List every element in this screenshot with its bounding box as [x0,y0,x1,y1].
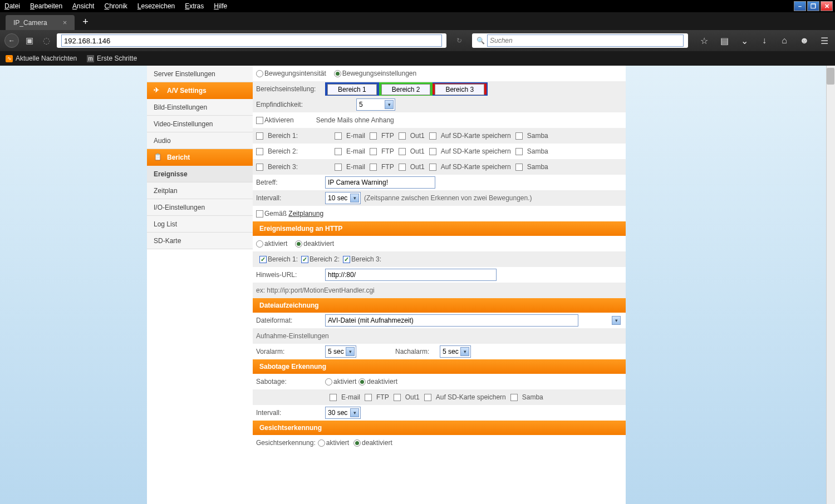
file-recsettings-row: Aufnahme-Einstellungen [253,328,626,344]
menu-help[interactable]: Hilfe [214,2,227,10]
subject-input[interactable] [325,176,435,189]
interval-select[interactable]: 10 sec [325,192,361,204]
area1-sd-checkbox[interactable] [429,132,436,140]
area3-sd-checkbox[interactable] [429,164,436,171]
window-minimize-button[interactable]: – [794,1,806,11]
area-1-selector[interactable]: Bereich 1 [325,82,379,96]
sidebar-item-events[interactable]: Ereignisse [147,166,253,182]
sidebar-item-audio[interactable]: Audio [147,132,253,149]
http-area3-checkbox[interactable] [343,256,350,263]
library-icon[interactable]: ▤ [718,34,730,47]
sabotage-ftp-checkbox[interactable] [365,394,372,401]
hamburger-menu-icon[interactable]: ☰ [818,34,831,47]
face-off-radio[interactable] [353,439,361,447]
close-tab-icon[interactable]: × [63,18,67,27]
search-input[interactable] [487,34,684,47]
chat-icon[interactable]: ☻ [798,34,811,47]
area3-out1-checkbox[interactable] [399,164,406,171]
reload-button[interactable]: ↻ [453,34,465,47]
new-tab-button[interactable]: + [82,16,89,30]
area-3-selector[interactable]: Bereich 3 [433,82,488,96]
schedule-link[interactable]: Zeitplanung [288,210,323,218]
menu-edit[interactable]: Bearbeiten [30,2,62,10]
browser-tab[interactable]: IP_Camera × [6,15,75,30]
sabotage-out1-checkbox[interactable] [394,394,401,401]
bookmark-item-news[interactable]: ∿ Aktuelle Nachrichten [6,55,77,62]
area3-ftp-checkbox[interactable] [370,164,377,171]
schedule-checkbox[interactable] [256,210,263,218]
area1-enable-checkbox[interactable] [256,132,263,140]
sabotage-interval-select[interactable]: 30 sec [325,407,361,419]
sabotage-sd-checkbox[interactable] [424,394,431,401]
sabotage-samba-checkbox[interactable] [510,394,518,401]
area2-out1-checkbox[interactable] [399,148,406,155]
area-2-selector[interactable]: Bereich 2 [379,82,433,96]
menu-file[interactable]: Datei [4,2,20,10]
menu-extras[interactable]: Extras [185,2,204,10]
area2-enable-checkbox[interactable] [256,148,263,155]
http-url-row: Hinweis-URL: [253,267,626,283]
area3-email-checkbox[interactable] [335,164,342,171]
window-close-button[interactable]: ✕ [821,1,833,11]
http-area2-checkbox[interactable] [301,256,308,263]
bookmarks-toolbar: ∿ Aktuelle Nachrichten m Erste Schritte [0,51,835,66]
area2-email-checkbox[interactable] [335,148,342,155]
site-identity-icon[interactable]: ◌ [40,34,52,47]
file-format-select[interactable]: AVI-Datei (mit Aufnahmezeit) [325,314,578,327]
menu-view[interactable]: Ansicht [72,2,94,10]
url-bar[interactable] [57,33,446,48]
http-on-radio[interactable] [256,240,263,248]
area2-sd-checkbox[interactable] [429,148,436,155]
prealarm-select[interactable]: 5 sec [325,345,356,358]
file-alarm-row: Voralarm: 5 sec Nachalarm: 5 sec [253,344,626,359]
pocket-icon[interactable]: ⌄ [738,34,750,47]
radio-settings[interactable] [334,70,341,77]
bookmark-item-firststeps[interactable]: m Erste Schritte [87,55,137,62]
sabotage-on-radio[interactable] [325,378,332,386]
activate-checkbox[interactable] [256,117,263,124]
sidebar-item-server[interactable]: Server Einstellungen [147,66,253,82]
sidebar-item-loglist[interactable]: Log List [147,216,253,233]
sensitivity-select[interactable]: 5 [356,98,395,111]
calendar-icon: 📋 [154,153,163,162]
url-input[interactable] [61,34,442,47]
search-bar[interactable]: 🔍 [472,33,688,48]
back-button[interactable]: ← [4,33,19,48]
section-http-header: Ereignismeldung an HTTP [253,221,626,236]
radio-intensity[interactable] [256,70,263,77]
sidebar-item-io[interactable]: I/O-Einstellungen [147,199,253,216]
face-on-radio[interactable] [318,439,325,447]
sabotage-off-radio[interactable] [358,378,366,386]
area2-samba-checkbox[interactable] [515,148,523,155]
scrollbar-thumb[interactable] [827,68,834,85]
area1-out1-checkbox[interactable] [399,132,406,140]
menu-history[interactable]: Chronik [104,2,127,10]
http-url-input[interactable] [325,269,497,281]
bookmark-star-icon[interactable]: ☆ [698,34,710,47]
home-icon[interactable]: ⌂ [778,34,790,47]
area1-samba-checkbox[interactable] [515,132,523,140]
menu-bookmarks[interactable]: Lesezeichen [137,2,175,10]
http-area1-checkbox[interactable] [259,256,267,263]
http-off-radio[interactable] [295,240,302,248]
settings-sidebar: Server Einstellungen ✈ A/V Settings Bild… [147,66,253,504]
area2-ftp-checkbox[interactable] [370,148,377,155]
sidebar-toggle-icon[interactable]: ▣ [23,34,36,47]
sidebar-item-sdcard[interactable]: SD-Karte [147,233,253,249]
postalarm-select[interactable]: 5 sec [440,345,471,358]
vertical-scrollbar[interactable] [826,66,835,504]
area1-email-checkbox[interactable] [335,132,342,140]
settings-main: Bewegungsintensität Bewegungseinstellung… [253,66,626,504]
sidebar-item-image[interactable]: Bild-Einstellungen [147,99,253,116]
sabotage-email-checkbox[interactable] [330,394,337,401]
area3-enable-checkbox[interactable] [256,164,263,171]
area3-samba-checkbox[interactable] [515,164,523,171]
area1-ftp-checkbox[interactable] [370,132,377,140]
sidebar-item-schedule[interactable]: Zeitplan [147,182,253,199]
section-face-header: Gesichtserkennung [253,421,626,435]
sidebar-item-video[interactable]: Video-Einstellungen [147,116,253,132]
window-maximize-button[interactable]: ❐ [807,1,819,11]
section-sabotage-header: Sabotage Erkennung [253,359,626,374]
downloads-icon[interactable]: ↓ [758,34,770,47]
http-example-row: ex: http://ip:port/MotionEventHandler.cg… [253,283,626,298]
